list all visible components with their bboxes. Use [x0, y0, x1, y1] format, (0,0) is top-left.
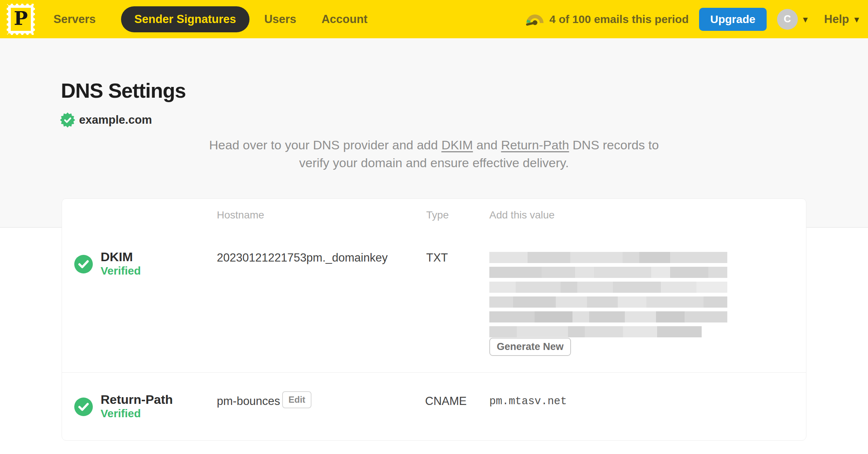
return-path-link[interactable]: Return-Path — [501, 138, 569, 152]
domain-name: example.com — [79, 113, 152, 127]
record-type: TXT — [426, 251, 448, 265]
column-header-value: Add this value — [489, 209, 555, 221]
nav-item-servers[interactable]: Servers — [53, 13, 96, 26]
nav-item-sender-signatures[interactable]: Sender Signatures — [121, 6, 249, 32]
generate-new-button[interactable]: Generate New — [489, 338, 571, 356]
upgrade-button[interactable]: Upgrade — [699, 8, 767, 31]
redacted-line — [489, 267, 727, 278]
verified-check-icon — [74, 398, 93, 416]
description-middle: and — [473, 138, 501, 152]
help-label: Help — [824, 13, 849, 26]
chevron-down-icon: ▾ — [803, 14, 808, 24]
record-type: CNAME — [425, 395, 467, 408]
redacted-line — [489, 326, 702, 337]
chevron-down-icon: ▾ — [854, 14, 859, 24]
record-hostname: pm-bounces — [217, 395, 280, 408]
record-status: Verified — [101, 407, 141, 420]
page-description: Head over to your DNS provider and add D… — [0, 136, 868, 172]
redacted-line — [489, 252, 727, 263]
verified-domain: example.com — [60, 113, 152, 127]
row-divider — [62, 372, 806, 373]
record-status: Verified — [101, 265, 141, 277]
top-navigation-bar: P Servers Sender Signatures Users Accoun… — [0, 0, 868, 38]
dkim-link[interactable]: DKIM — [441, 138, 473, 152]
record-hostname: 20230121221753pm._domainkey — [217, 251, 388, 265]
page-title: DNS Settings — [61, 79, 186, 103]
redacted-value-block — [489, 252, 727, 341]
usage-text: 4 of 100 emails this period — [549, 13, 689, 26]
verified-seal-icon — [60, 113, 75, 127]
description-prefix: Head over to your DNS provider and add — [209, 138, 441, 152]
avatar[interactable]: C — [777, 9, 798, 30]
column-header-type: Type — [426, 209, 449, 221]
postmark-stamp-logo[interactable]: P — [7, 4, 35, 35]
redacted-line — [489, 311, 727, 322]
primary-nav: Servers Sender Signatures Users Account — [53, 6, 393, 32]
redacted-line — [489, 282, 727, 293]
gauge-icon — [526, 12, 544, 26]
logo-letter: P — [14, 9, 28, 28]
redacted-line — [489, 296, 727, 308]
verified-check-icon — [74, 255, 93, 273]
stamp-inner: P — [11, 8, 31, 31]
account-menu[interactable]: C ▾ — [777, 9, 808, 30]
record-value: pm.mtasv.net — [489, 395, 567, 408]
usage-meter: 4 of 100 emails this period — [526, 12, 689, 26]
edit-hostname-button[interactable]: Edit — [282, 391, 311, 408]
column-header-hostname: Hostname — [217, 209, 264, 221]
record-name: DKIM — [101, 250, 133, 264]
nav-item-users[interactable]: Users — [264, 13, 296, 26]
help-menu[interactable]: Help ▾ — [824, 13, 859, 26]
record-name: Return-Path — [101, 392, 173, 407]
nav-item-account[interactable]: Account — [322, 13, 368, 26]
